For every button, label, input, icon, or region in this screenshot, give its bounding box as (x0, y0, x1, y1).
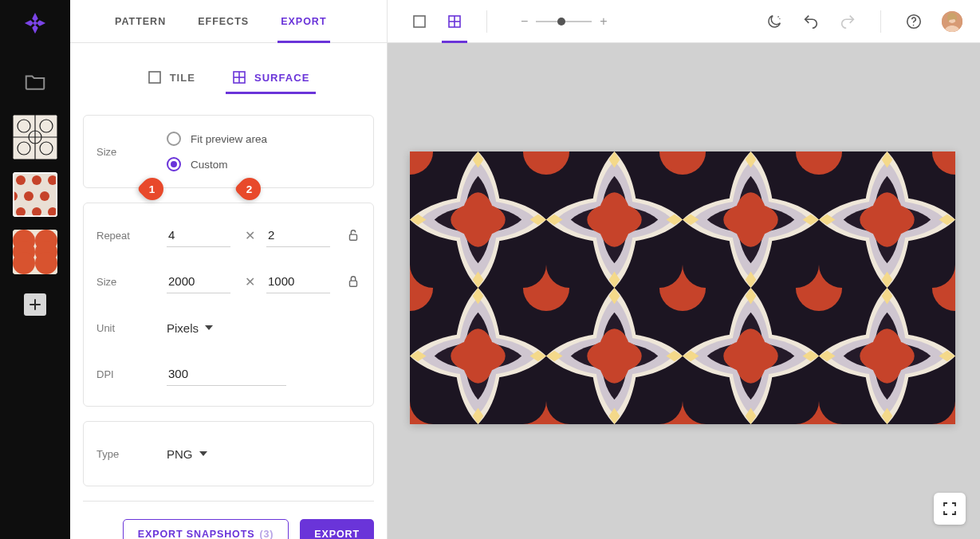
svg-rect-21 (149, 72, 160, 83)
left-rail (0, 0, 70, 539)
view-tile-button[interactable] (411, 14, 427, 30)
subtab-tile[interactable]: TILE (148, 62, 195, 92)
undo-icon[interactable] (802, 13, 820, 30)
add-pattern-button[interactable] (24, 293, 46, 316)
dark-mode-icon[interactable] (766, 13, 783, 30)
svg-point-18 (32, 207, 41, 217)
unit-select[interactable]: Pixels (167, 321, 213, 335)
dimensions-card: 1 2 Repeat ✕ Size ✕ (83, 203, 374, 407)
zoom-plus[interactable]: + (600, 14, 607, 29)
svg-point-16 (40, 191, 49, 201)
panel-tabs: PATTERN EFFECTS EXPORT (70, 0, 387, 43)
svg-point-12 (32, 175, 41, 185)
svg-point-13 (48, 175, 57, 185)
radio-custom[interactable]: Custom (167, 157, 267, 171)
dpi-label: DPI (96, 368, 167, 380)
view-surface-button[interactable] (447, 14, 462, 30)
zoom-track[interactable] (536, 21, 592, 22)
repeat-label: Repeat (96, 230, 167, 242)
main-area: − + (388, 0, 980, 539)
times-icon: ✕ (245, 274, 255, 289)
size-label: Size (96, 146, 167, 158)
canvas-toolbar: − + (388, 0, 980, 43)
tab-effects[interactable]: EFFECTS (198, 0, 249, 42)
user-avatar[interactable] (942, 11, 962, 32)
svg-rect-26 (350, 281, 357, 286)
pattern-thumb-2[interactable] (13, 172, 57, 217)
radio-fit-preview[interactable]: Fit preview area (167, 132, 267, 146)
size-dim-label: Size (96, 276, 167, 288)
fullscreen-button[interactable] (934, 493, 966, 525)
divider (880, 10, 881, 33)
divider (83, 501, 374, 502)
unit-label: Unit (96, 322, 167, 334)
export-button[interactable]: EXPORT (300, 519, 374, 539)
app-logo[interactable] (23, 11, 47, 35)
export-snapshots-button[interactable]: EXPORT SNAPSHOTS (3) (123, 519, 289, 539)
type-select[interactable]: PNG (167, 447, 207, 461)
repeat-lock-icon[interactable] (346, 228, 360, 242)
zoom-minus[interactable]: − (521, 14, 528, 29)
subtab-tile-label: TILE (170, 72, 195, 84)
size-lock-icon[interactable] (346, 274, 360, 289)
svg-rect-27 (414, 16, 425, 27)
canvas-area[interactable] (388, 43, 980, 539)
svg-point-11 (16, 175, 26, 185)
pattern-preview (410, 151, 955, 424)
chevron-down-icon (199, 451, 207, 456)
subtab-surface[interactable]: SURFACE (232, 62, 309, 92)
zoom-slider[interactable]: − + (521, 14, 608, 29)
svg-point-17 (16, 207, 26, 217)
svg-rect-35 (410, 151, 955, 424)
pattern-thumb-3[interactable] (13, 230, 57, 274)
chevron-down-icon (205, 325, 213, 330)
svg-rect-25 (350, 234, 357, 240)
divider (486, 10, 487, 33)
size-w-input[interactable] (167, 270, 230, 293)
help-icon[interactable] (905, 13, 923, 30)
size-mode-card: Size Fit preview area Custom (83, 115, 374, 188)
export-panel: PATTERN EFFECTS EXPORT TILE SURFACE Size (70, 0, 388, 539)
tab-export[interactable]: EXPORT (281, 0, 326, 42)
type-label: Type (96, 448, 167, 460)
svg-point-19 (48, 207, 57, 217)
type-card: Type PNG (83, 421, 374, 486)
size-h-input[interactable] (266, 270, 330, 293)
pattern-thumb-1[interactable] (13, 115, 57, 159)
svg-point-3 (33, 22, 37, 26)
times-icon: ✕ (245, 228, 255, 243)
tab-pattern[interactable]: PATTERN (115, 0, 166, 42)
repeat-x-input[interactable] (167, 223, 230, 247)
repeat-y-input[interactable] (266, 223, 330, 247)
folder-icon[interactable] (23, 70, 47, 94)
redo-icon (839, 13, 856, 30)
dpi-input[interactable] (167, 362, 286, 386)
svg-point-32 (913, 24, 915, 26)
svg-point-15 (24, 191, 33, 201)
subtab-surface-label: SURFACE (254, 72, 309, 84)
